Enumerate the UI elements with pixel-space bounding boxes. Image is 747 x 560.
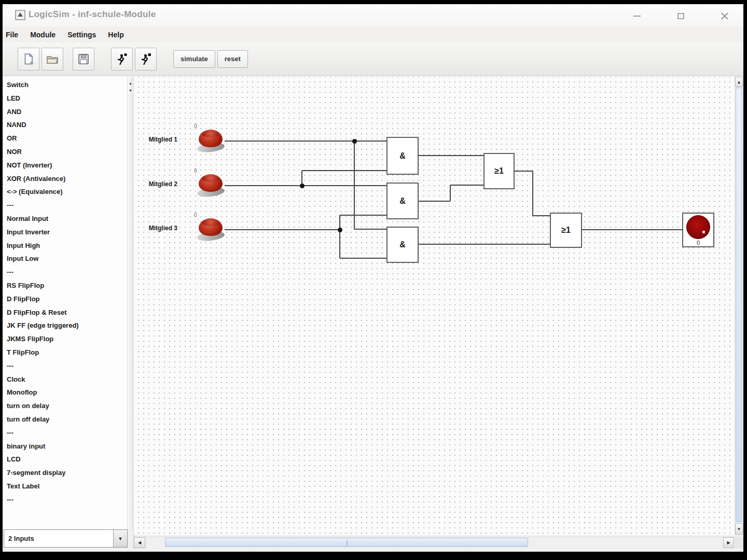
maximize-button[interactable] [673,9,688,23]
save-button[interactable] [73,48,94,71]
sidebar-item-xor-antivalence-[interactable]: XOR (Antivalence) [7,172,127,186]
wire-segment [225,141,386,142]
app-window: LogicSim - inf-schule-Module FileModuleS… [3,4,743,552]
switch-button[interactable] [197,173,225,197]
list-separator[interactable]: --- [7,265,127,279]
scroll-up-icon[interactable]: ▲ [128,81,133,86]
canvas-hscrollbar[interactable]: ◀ ▶ [134,537,735,548]
sidebar-item-7-segment-display[interactable]: 7-segment display [7,466,127,480]
scroll-left-button[interactable]: ◀ [134,537,145,548]
reset-button[interactable]: reset [217,50,248,68]
circuit-canvas[interactable]: &&&≥1≥1Mitglied 10Mitglied 20Mitglied 30… [134,77,735,535]
new-file-icon [22,52,35,66]
switch-state-value: 0 [194,212,197,218]
scroll-down-icon[interactable]: ▼ [128,88,133,93]
app-icon [15,10,25,20]
switch-label: Mitglied 3 [134,225,177,232]
sidebar-item-lcd[interactable]: LCD [7,453,127,466]
scroll-down-button[interactable]: ▼ [735,523,743,535]
component-list: SwitchLEDANDNANDORNORNOT (Inverter)XOR (… [4,77,127,529]
sidebar-item-binary-input[interactable]: binary input [7,440,127,453]
sidebar-item-nand[interactable]: NAND [7,118,127,132]
scroll-right-button[interactable]: ▶ [723,537,734,548]
scroll-up-button[interactable]: ▲ [735,77,743,87]
and-gate[interactable]: & [386,137,419,175]
wire-junction [352,139,357,144]
wire-segment [450,185,483,186]
sidebar-item-d-flipflop[interactable]: D FlipFlop [7,292,127,306]
sidebar-scrollbar[interactable]: ▲ ▼ [127,77,133,529]
minimize-icon [633,16,641,17]
vscroll-thumb[interactable] [736,88,742,522]
wire-segment [340,258,386,259]
sidebar-item-or[interactable]: OR [7,132,127,145]
wire-segment [225,185,386,186]
sidebar-item--equivalence-[interactable]: <-> (Equivalence) [7,185,127,199]
hscroll-thumb[interactable] [165,538,528,547]
gate-label: ≥1 [561,226,571,235]
gate-label: & [399,197,406,206]
switch-button[interactable] [197,217,225,241]
open-file-button[interactable] [42,48,63,71]
led-value: 0 [683,240,713,246]
sidebar-item-rs-flipflop[interactable]: RS FlipFlop [7,279,127,292]
sidebar-item-clock[interactable]: Clock [7,373,127,386]
wire-segment [515,171,533,172]
close-icon [720,11,729,21]
and-gate[interactable]: & [386,183,419,219]
title-bar: LogicSim - inf-schule-Module [3,4,743,27]
switch-state-value: 0 [194,168,197,174]
sidebar-item-monoflop[interactable]: Monoflop [7,386,127,399]
switch-cap-top [202,131,219,137]
switch-button[interactable] [197,129,225,152]
led-output[interactable]: 0 [682,213,714,247]
sidebar-item-not-inverter-[interactable]: NOT (Inverter) [7,159,127,172]
list-separator[interactable]: --- [7,426,127,440]
close-button[interactable] [717,9,732,23]
save-icon [77,52,90,66]
sidebar-item-led[interactable]: LED [7,92,127,105]
sidebar-item-input-high[interactable]: Input High [7,239,127,253]
new-file-button[interactable] [18,48,39,71]
sidebar-item-text-label[interactable]: Text Label [7,480,127,493]
and-gate[interactable]: & [386,227,419,263]
sidebar-item-and[interactable]: AND [7,105,127,119]
run-simulation-button[interactable] [111,48,133,71]
sidebar-item-nor[interactable]: NOR [7,145,127,159]
sidebar-item-d-flipflop-reset[interactable]: D FlipFlop & Reset [7,306,127,319]
menu-item-module[interactable]: Module [30,31,56,39]
sidebar-item-turn-on-delay[interactable]: turn on delay [7,399,127,413]
or-gate[interactable]: ≥1 [550,213,582,248]
minimize-button[interactable] [629,9,645,23]
switch-state-value: 0 [194,123,197,129]
sidebar-item-switch[interactable]: Switch [7,78,127,92]
window-title: LogicSim - inf-schule-Module [29,9,156,20]
sidebar-item-input-inverter[interactable]: Input Inverter [7,226,127,239]
wire-segment [340,215,386,216]
sidebar-item-turn-off-delay[interactable]: turn off delay [7,413,127,426]
sidebar-item-input-low[interactable]: Input Low [7,252,127,265]
canvas-vscrollbar[interactable]: ▲ ▼ [735,77,743,535]
menu-item-settings[interactable]: Settings [67,31,96,39]
wire-segment [419,155,483,156]
list-separator[interactable]: --- [7,359,127,373]
wire-segment [582,229,682,230]
sidebar-item-normal-input[interactable]: Normal Input [7,212,127,226]
simulate-button[interactable]: simulate [173,50,215,68]
inputs-selector-value: 2 Inputs [4,535,113,542]
menu-bar: FileModuleSettingsHelp [3,27,743,43]
inputs-selector-dropdown-button[interactable]: ▼ [113,530,127,547]
step-simulation-button[interactable] [135,48,157,71]
list-separator[interactable]: --- [7,199,127,212]
sidebar-item-jk-ff-edge-triggered-[interactable]: JK FF (edge triggered) [7,319,127,332]
list-separator[interactable]: --- [7,493,127,507]
wire-junction [300,184,305,188]
or-gate[interactable]: ≥1 [483,153,515,189]
maximize-icon [677,13,684,19]
sidebar-item-t-flipflop[interactable]: T FlipFlop [7,346,127,359]
wire-segment [419,201,450,202]
inputs-selector[interactable]: 2 Inputs ▼ [4,529,128,548]
sidebar-item-jkms-flipflop[interactable]: JKMS FlipFlop [7,332,127,346]
menu-item-file[interactable]: File [6,31,18,39]
menu-item-help[interactable]: Help [108,31,123,39]
